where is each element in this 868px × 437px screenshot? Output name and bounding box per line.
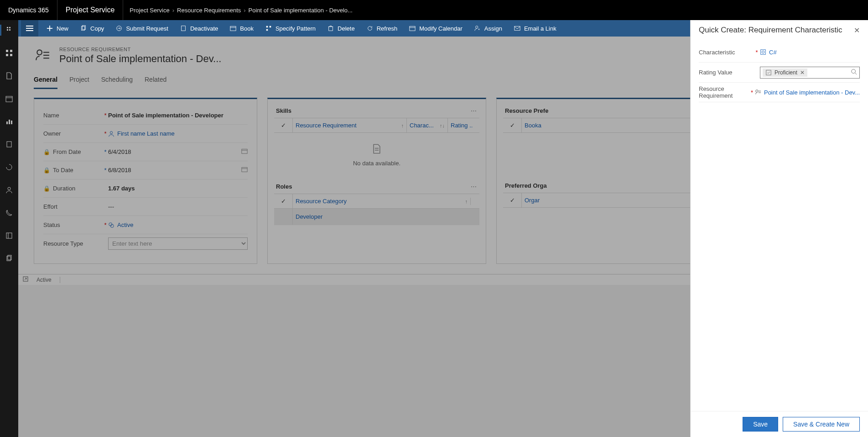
chevron-right-icon: ›	[172, 7, 174, 14]
delete-button[interactable]: Delete	[322, 20, 360, 37]
modify-calendar-button[interactable]: Modify Calendar	[404, 20, 468, 37]
assign-button[interactable]: Assign	[469, 20, 508, 37]
app-shell: New Copy Submit Request Deactivate Book …	[0, 20, 868, 437]
owner-lookup[interactable]: First name Last name	[108, 130, 175, 137]
resprefs-grid-header: ✓ Booka	[503, 118, 690, 133]
characteristic-lookup[interactable]: C#	[760, 49, 777, 56]
nav-person-icon[interactable]	[0, 184, 18, 195]
rating-value-lookup[interactable]: Proficient ✕	[760, 67, 860, 79]
nav-copy-icon[interactable]	[0, 253, 18, 264]
nav-page-icon[interactable]	[0, 139, 18, 150]
breadcrumb-root[interactable]: Project Service	[130, 7, 169, 14]
tab-general[interactable]: General	[34, 73, 57, 89]
nav-panel-icon[interactable]	[0, 230, 18, 241]
resprefs-check-all[interactable]: ✓	[503, 122, 521, 129]
new-button[interactable]: New	[41, 20, 74, 37]
deactivate-button[interactable]: Deactivate	[175, 20, 223, 37]
save-and-create-new-button[interactable]: Save & Create New	[783, 417, 860, 432]
effort-value[interactable]: ---	[108, 203, 114, 210]
lock-icon: 🔒	[43, 167, 50, 174]
nav-phone-icon[interactable]	[0, 207, 18, 218]
from-date-value[interactable]: 6/4/2018	[108, 148, 131, 155]
status-lookup[interactable]: Active	[108, 221, 133, 228]
nav-sync-icon[interactable]	[0, 162, 18, 173]
svg-point-50	[762, 51, 764, 53]
svg-rect-12	[11, 121, 12, 124]
assign-icon	[474, 25, 481, 32]
calendar-icon[interactable]	[241, 148, 248, 156]
remove-tag-icon[interactable]: ✕	[800, 69, 805, 76]
record-icon	[34, 47, 51, 64]
col-characteristic[interactable]: Charac...↑↓	[406, 118, 447, 132]
tab-project[interactable]: Project	[69, 73, 89, 89]
refresh-button[interactable]: Refresh	[361, 20, 403, 37]
to-date-value[interactable]: 6/8/2018	[108, 167, 131, 174]
copy-icon	[80, 25, 87, 32]
svg-rect-29	[270, 26, 271, 28]
col-resource-category[interactable]: Resource Category↑	[292, 194, 470, 208]
submit-request-button[interactable]: Submit Request	[110, 20, 174, 37]
tab-related[interactable]: Related	[145, 73, 166, 89]
skills-check-all[interactable]: ✓	[274, 122, 292, 129]
col-rating[interactable]: Rating ..	[447, 118, 479, 132]
duration-label: Duration	[53, 185, 75, 192]
brand-label[interactable]: Dynamics 365	[0, 0, 57, 20]
save-button[interactable]: Save	[743, 417, 778, 432]
from-date-label: From Date	[53, 148, 81, 155]
app-name[interactable]: Project Service	[57, 0, 124, 20]
calendar-icon[interactable]	[241, 166, 248, 174]
svg-rect-21	[26, 30, 33, 31]
svg-rect-26	[230, 26, 236, 31]
nav-doc-icon[interactable]	[0, 70, 18, 81]
entity-icon	[760, 49, 766, 55]
svg-rect-15	[6, 233, 12, 238]
divider	[60, 277, 60, 283]
col-organization[interactable]: Orgar	[521, 193, 690, 207]
panel-middle: Skills ⋯ ✓ Resource Requirement↑ Charac.…	[267, 98, 486, 264]
nav-grid-icon[interactable]	[0, 47, 18, 58]
preforg-check-all[interactable]: ✓	[503, 197, 521, 204]
rating-tag[interactable]: Proficient ✕	[763, 68, 807, 77]
resource-requirement-lookup[interactable]: Point of Sale implementation - Dev...	[755, 89, 860, 96]
popout-icon[interactable]	[23, 276, 28, 283]
close-button[interactable]: ✕	[854, 26, 860, 35]
skills-more-button[interactable]: ⋯	[471, 107, 478, 114]
owner-label: Owner	[43, 130, 103, 137]
col-resource-requirement[interactable]: Resource Requirement↑	[292, 118, 406, 132]
svg-point-14	[8, 187, 10, 190]
svg-rect-51	[766, 70, 771, 75]
effort-label: Effort	[43, 203, 103, 210]
pattern-icon	[265, 25, 272, 32]
email-link-button[interactable]: Email a Link	[509, 20, 562, 37]
copy-button[interactable]: Copy	[75, 20, 109, 37]
svg-rect-49	[761, 50, 766, 55]
svg-point-54	[756, 90, 758, 92]
duration-value[interactable]: 1.67 days	[108, 185, 135, 192]
search-icon[interactable]	[851, 68, 857, 76]
specify-pattern-button[interactable]: Specify Pattern	[260, 20, 321, 37]
roles-check-all[interactable]: ✓	[274, 198, 292, 205]
svg-rect-28	[266, 26, 268, 28]
book-button[interactable]: Book	[224, 20, 259, 37]
form-columns: Name * Point of Sale implementation - De…	[34, 98, 675, 264]
nav-bar-icon[interactable]	[0, 116, 18, 127]
nav-sitemap-icon[interactable]	[0, 25, 18, 36]
panel-right: Resource Prefe ✓ Booka Preferred Orga ✓	[496, 98, 690, 264]
col-bookable[interactable]: Booka	[521, 118, 690, 132]
name-value[interactable]: Point of Sale implementation - Developer	[108, 112, 223, 119]
resource-type-select[interactable]: Enter text here	[108, 237, 248, 250]
svg-rect-8	[6, 96, 12, 102]
roles-more-button[interactable]: ⋯	[471, 183, 478, 190]
roles-row[interactable]: Developer	[274, 209, 479, 225]
status-label: Status	[43, 221, 103, 228]
role-cell-developer[interactable]: Developer	[292, 209, 479, 225]
lock-icon: 🔒	[43, 149, 50, 155]
hamburger-icon[interactable]	[21, 20, 38, 37]
email-icon	[514, 25, 520, 32]
svg-rect-13	[7, 142, 11, 147]
chevron-right-icon: ›	[244, 7, 245, 14]
tab-scheduling[interactable]: Scheduling	[101, 73, 133, 89]
nav-calendar-icon[interactable]	[0, 93, 18, 104]
content-column: New Copy Submit Request Deactivate Book …	[18, 20, 690, 437]
breadcrumb-list[interactable]: Resource Requirements	[177, 7, 241, 14]
